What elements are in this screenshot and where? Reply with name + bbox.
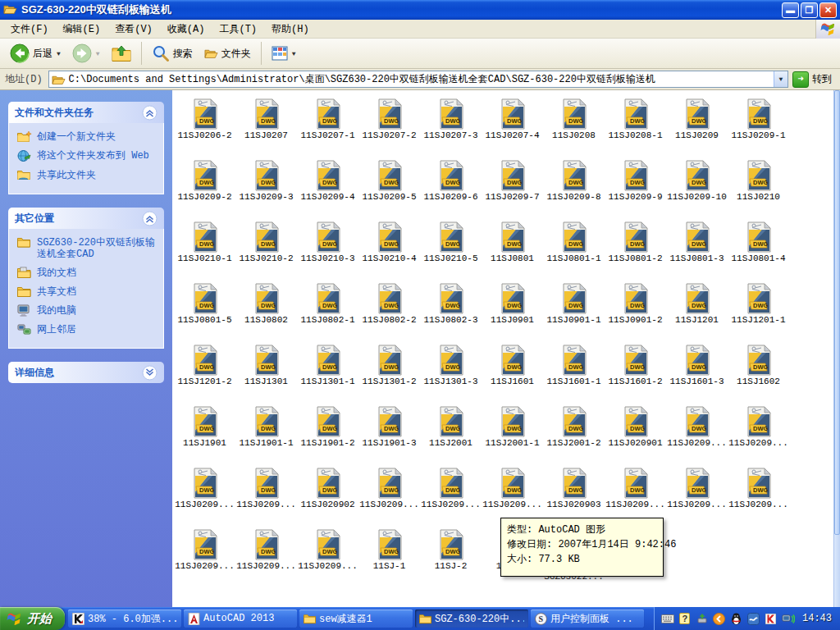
- keyboard-icon[interactable]: [661, 612, 674, 625]
- file-item[interactable]: DWG11SJ0801: [482, 220, 543, 281]
- file-item[interactable]: DWG11SJ2001-2: [543, 404, 605, 466]
- help-icon[interactable]: ?: [678, 612, 692, 625]
- menu-item-1[interactable]: 编辑(E): [56, 20, 108, 39]
- file-item[interactable]: DWG11SJ0209-10: [666, 158, 728, 220]
- file-item[interactable]: DWG11SJ0209-5: [358, 158, 420, 220]
- menu-item-4[interactable]: 工具(T): [212, 20, 264, 39]
- file-item[interactable]: DWG11SJ1201-2: [174, 343, 235, 404]
- file-item[interactable]: DWG11SJ0901: [482, 281, 543, 343]
- folders-button[interactable]: 文件夹: [199, 40, 256, 66]
- minimize-button[interactable]: ▬: [782, 2, 799, 18]
- panel-header[interactable]: 其它位置: [8, 208, 164, 229]
- sidebar-item[interactable]: 将这个文件夹发布到 Web: [17, 150, 157, 162]
- file-item[interactable]: DWG11SJ0209-8: [543, 158, 605, 220]
- chevron-up-icon[interactable]: [142, 211, 158, 226]
- file-item[interactable]: DWG11SJ1601-1: [543, 343, 605, 404]
- file-item[interactable]: DWG11SJ0801-2: [605, 220, 666, 281]
- address-input[interactable]: C:\Documents and Settings\Administrator\…: [69, 72, 774, 86]
- file-item[interactable]: DWG11SJ1301-3: [420, 343, 482, 404]
- start-button[interactable]: 开始: [0, 607, 65, 630]
- file-item[interactable]: DWG11SJ0210: [728, 158, 789, 220]
- file-item[interactable]: DWG11SJ0206-2: [174, 97, 235, 158]
- file-item[interactable]: DWG11SJ0209...: [420, 466, 482, 527]
- file-item[interactable]: DWG11SJ1901: [174, 404, 235, 466]
- file-item[interactable]: DWG11SJ1602: [728, 343, 789, 404]
- panel-header[interactable]: 详细信息: [8, 362, 164, 383]
- file-item[interactable]: DWG11SJ0207-4: [482, 97, 543, 158]
- file-item[interactable]: DWG11SJ0209-7: [482, 158, 543, 220]
- file-item[interactable]: DWG11SJ0210-2: [235, 220, 297, 281]
- file-item[interactable]: DWG11SJ0209-6: [420, 158, 482, 220]
- file-item[interactable]: DWG11SJ0802-3: [420, 281, 482, 343]
- network-signal-icon[interactable]: [782, 612, 795, 625]
- go-button[interactable]: ➜ 转到: [792, 71, 837, 88]
- file-item[interactable]: DWG11SJ0209-3: [235, 158, 297, 220]
- file-item[interactable]: DWG11SJ-1: [358, 527, 420, 589]
- file-item[interactable]: DWG11SJ0210-1: [174, 220, 235, 281]
- sidebar-item[interactable]: 我的电脑: [17, 305, 157, 317]
- file-item[interactable]: DWG11SJ2001-1: [482, 404, 543, 466]
- file-item[interactable]: DWG11SJ0209...: [174, 466, 235, 527]
- menu-item-3[interactable]: 收藏(A): [160, 20, 212, 39]
- panel-header[interactable]: 文件和文件夹任务: [8, 102, 164, 123]
- file-item[interactable]: DWG11SJ0207-3: [420, 97, 482, 158]
- kaspersky-small-icon[interactable]: [765, 612, 778, 625]
- chevron-up-icon[interactable]: [142, 105, 158, 121]
- sidebar-item[interactable]: 我的文档: [17, 267, 157, 279]
- taskbar-task-4[interactable]: S用户控制面板 ...: [531, 609, 644, 628]
- file-item[interactable]: DWG11SJ1901-3: [358, 404, 420, 466]
- chevron-down-icon[interactable]: [142, 365, 158, 381]
- file-item[interactable]: DWG11SJ0209...: [666, 466, 728, 527]
- views-dropdown-icon[interactable]: ▼: [292, 50, 296, 57]
- menu-item-0[interactable]: 文件(F): [3, 20, 56, 39]
- search-button[interactable]: 搜索: [147, 40, 198, 66]
- file-item[interactable]: DWG11SJ0801-4: [728, 220, 789, 281]
- file-item[interactable]: DWG11SJ1901-1: [235, 404, 297, 466]
- taskbar-task-2[interactable]: sew减速器1: [299, 609, 413, 628]
- sidebar-item[interactable]: 共享文档: [17, 286, 157, 298]
- file-item[interactable]: DWG11SJ2001: [420, 404, 482, 466]
- file-item[interactable]: DWG11SJ0901-1: [543, 281, 605, 343]
- file-item[interactable]: DWG11SJ0901-2: [605, 281, 666, 343]
- menu-item-5[interactable]: 帮助(H): [264, 20, 317, 39]
- up-button[interactable]: [107, 40, 136, 66]
- forward-dropdown-icon[interactable]: ▼: [96, 50, 100, 57]
- tray-expand-icon[interactable]: [713, 612, 726, 625]
- file-item[interactable]: DWG11SJ0209...: [728, 466, 789, 527]
- file-item[interactable]: DWG11SJ0209...: [728, 404, 789, 466]
- eject-icon[interactable]: [696, 612, 709, 625]
- file-item[interactable]: DWG11SJ1301: [235, 343, 297, 404]
- sidebar-item[interactable]: SGZ630-220中双链刮板输送机全套CAD: [17, 237, 157, 260]
- scrollbar-thumb[interactable]: [834, 90, 840, 535]
- back-dropdown-icon[interactable]: ▼: [57, 50, 61, 57]
- file-item[interactable]: DWG11SJ0209...: [174, 527, 235, 589]
- qq-icon[interactable]: [730, 612, 743, 625]
- taskbar-task-0[interactable]: 38% - 6.0加强...: [68, 609, 181, 628]
- file-item[interactable]: DWG11SJ1301-1: [297, 343, 358, 404]
- file-item[interactable]: DWG11SJ-2: [420, 527, 482, 589]
- input-method-icon[interactable]: [747, 612, 760, 625]
- file-item[interactable]: DWG11SJ1601-3: [666, 343, 728, 404]
- file-item[interactable]: DWG11SJ0801-3: [666, 220, 728, 281]
- forward-button[interactable]: ▼: [67, 40, 105, 66]
- file-item[interactable]: DWG11SJ0209...: [235, 466, 297, 527]
- file-item[interactable]: DWG11SJ0208: [543, 97, 605, 158]
- file-item[interactable]: DWG11SJ0210-5: [420, 220, 482, 281]
- taskbar-task-3[interactable]: SGZ-630-220中...: [415, 609, 528, 628]
- file-item[interactable]: DWG11SJ1201-1: [728, 281, 789, 343]
- file-item[interactable]: DWG11SJ0802-2: [358, 281, 420, 343]
- file-item[interactable]: DWG11SJ1601: [482, 343, 543, 404]
- file-item[interactable]: DWG11SJ0208-1: [605, 97, 666, 158]
- sidebar-item[interactable]: 共享此文件夹: [17, 170, 157, 181]
- file-item[interactable]: DWG11SJ0209-2: [174, 158, 235, 220]
- sidebar-item[interactable]: 网上邻居: [17, 324, 157, 336]
- file-item[interactable]: DWG11SJ0210-4: [358, 220, 420, 281]
- file-item[interactable]: DWG11SJ0209-9: [605, 158, 666, 220]
- restore-button[interactable]: ❐: [801, 2, 818, 18]
- file-item[interactable]: DWG11SJ0802: [235, 281, 297, 343]
- sidebar-item[interactable]: 创建一个新文件夹: [17, 131, 157, 143]
- back-button[interactable]: 后退 ▼: [5, 40, 66, 66]
- file-item[interactable]: DWG11SJ0209...: [235, 527, 297, 589]
- file-item[interactable]: DWG11SJ1901-2: [297, 404, 358, 466]
- file-item[interactable]: DWG11SJ0209...: [666, 404, 728, 466]
